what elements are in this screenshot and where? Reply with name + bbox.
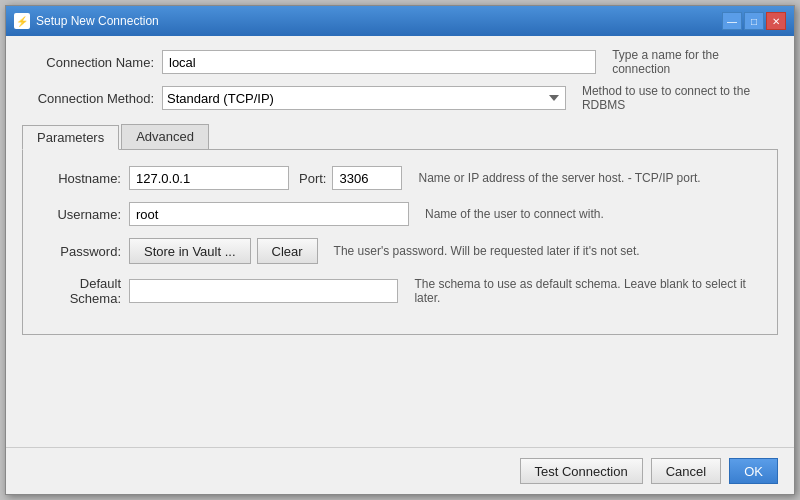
port-label: Port:: [299, 171, 326, 186]
port-input[interactable]: [332, 166, 402, 190]
connection-name-hint: Type a name for the connection: [612, 48, 778, 76]
title-bar: ⚡ Setup New Connection — □ ✕: [6, 6, 794, 36]
footer: Test Connection Cancel OK: [6, 447, 794, 494]
window-icon: ⚡: [14, 13, 30, 29]
default-schema-input[interactable]: [129, 279, 398, 303]
connection-method-select[interactable]: Standard (TCP/IP) Local Socket/Pipe Stan…: [162, 86, 566, 110]
password-label: Password:: [39, 244, 129, 259]
password-hint: The user's password. Will be requested l…: [334, 244, 640, 258]
test-connection-button[interactable]: Test Connection: [520, 458, 643, 484]
connection-method-wrap: Standard (TCP/IP) Local Socket/Pipe Stan…: [162, 84, 778, 112]
ok-button[interactable]: OK: [729, 458, 778, 484]
tabs-container: Parameters Advanced: [22, 124, 778, 150]
username-row: Username: Name of the user to connect wi…: [39, 202, 761, 226]
connection-name-wrap: Type a name for the connection: [162, 48, 778, 76]
connection-method-label: Connection Method:: [22, 91, 162, 106]
window-content: Connection Name: Type a name for the con…: [6, 36, 794, 447]
title-bar-buttons: — □ ✕: [722, 12, 786, 30]
connection-method-row: Connection Method: Standard (TCP/IP) Loc…: [22, 84, 778, 112]
window-title: Setup New Connection: [36, 14, 159, 28]
tab-advanced[interactable]: Advanced: [121, 124, 209, 149]
hostname-label: Hostname:: [39, 171, 129, 186]
connection-method-hint: Method to use to connect to the RDBMS: [582, 84, 778, 112]
maximize-button[interactable]: □: [744, 12, 764, 30]
tab-parameters[interactable]: Parameters: [22, 125, 119, 150]
hostname-input[interactable]: [129, 166, 289, 190]
username-input[interactable]: [129, 202, 409, 226]
username-hint: Name of the user to connect with.: [425, 207, 604, 221]
minimize-button[interactable]: —: [722, 12, 742, 30]
title-bar-left: ⚡ Setup New Connection: [14, 13, 159, 29]
close-button[interactable]: ✕: [766, 12, 786, 30]
parameters-panel: Hostname: Port: Name or IP address of th…: [22, 150, 778, 335]
cancel-button[interactable]: Cancel: [651, 458, 721, 484]
clear-password-button[interactable]: Clear: [257, 238, 318, 264]
connection-name-row: Connection Name: Type a name for the con…: [22, 48, 778, 76]
main-window: ⚡ Setup New Connection — □ ✕ Connection …: [5, 5, 795, 495]
password-row: Password: Store in Vault ... Clear The u…: [39, 238, 761, 264]
connection-name-input[interactable]: [162, 50, 596, 74]
username-label: Username:: [39, 207, 129, 222]
default-schema-hint: The schema to use as default schema. Lea…: [414, 277, 761, 305]
connection-name-label: Connection Name:: [22, 55, 162, 70]
hostname-hint: Name or IP address of the server host. -…: [418, 171, 700, 185]
default-schema-label: Default Schema:: [39, 276, 129, 306]
hostname-row: Hostname: Port: Name or IP address of th…: [39, 166, 761, 190]
default-schema-row: Default Schema: The schema to use as def…: [39, 276, 761, 306]
store-in-vault-button[interactable]: Store in Vault ...: [129, 238, 251, 264]
